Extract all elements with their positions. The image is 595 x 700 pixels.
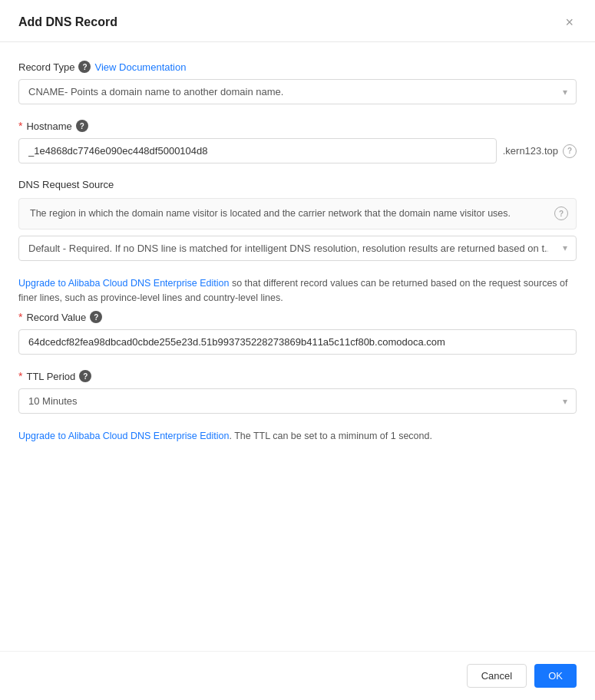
record-value-field: * Record Value ?	[18, 311, 577, 355]
ttl-required-star: *	[18, 371, 22, 381]
record-value-help-icon[interactable]: ?	[90, 311, 102, 323]
hostname-suffix-help-icon[interactable]: ?	[563, 144, 577, 158]
hostname-required-star: *	[18, 121, 22, 131]
record-value-input[interactable]	[18, 329, 577, 355]
ttl-label-row: * TTL Period ?	[18, 370, 577, 382]
dns-upgrade-notice: Upgrade to Alibaba Cloud DNS Enterprise …	[18, 276, 577, 305]
record-value-label-row: * Record Value ?	[18, 311, 577, 323]
dns-request-source-label: DNS Request Source	[18, 179, 577, 190]
ttl-upgrade-link[interactable]: Upgrade to Alibaba Cloud DNS Enterprise …	[18, 431, 229, 441]
cancel-button[interactable]: Cancel	[467, 664, 527, 688]
dns-request-info-text: The region in which the domain name visi…	[30, 208, 511, 219]
ttl-select-wrapper: 10 Minutes ▾	[18, 388, 577, 414]
hostname-suffix-area: .kern123.top ?	[503, 144, 577, 158]
view-documentation-link[interactable]: View Documentation	[94, 61, 186, 73]
ttl-label: TTL Period	[26, 371, 75, 382]
record-type-field: Record Type ? View Documentation CNAME- …	[18, 61, 577, 104]
ttl-period-field: * TTL Period ? 10 Minutes ▾	[18, 370, 577, 414]
dialog-footer: Cancel OK	[0, 651, 595, 700]
dialog-title: Add DNS Record	[18, 15, 117, 29]
record-type-select[interactable]: CNAME- Points a domain name to another d…	[18, 79, 577, 104]
dialog-body: Record Type ? View Documentation CNAME- …	[0, 42, 595, 651]
record-type-label: Record Type	[18, 61, 74, 73]
record-value-label: Record Value	[26, 312, 86, 323]
record-type-select-wrapper: CNAME- Points a domain name to another d…	[18, 79, 577, 104]
hostname-field: * Hostname ? .kern123.top ?	[18, 120, 577, 163]
dns-request-source-section: DNS Request Source The region in which t…	[18, 179, 577, 261]
record-value-required-star: *	[18, 312, 22, 322]
dialog-header: Add DNS Record ×	[0, 0, 595, 42]
hostname-label-row: * Hostname ?	[18, 120, 577, 132]
dns-request-select-wrapper: Default - Required. If no DNS line is ma…	[18, 236, 577, 261]
record-type-help-icon[interactable]: ?	[78, 61, 91, 73]
ok-button[interactable]: OK	[534, 664, 577, 688]
add-dns-record-dialog: Add DNS Record × Record Type ? View Docu…	[0, 0, 595, 700]
hostname-input[interactable]	[18, 138, 497, 163]
ttl-upgrade-notice: Upgrade to Alibaba Cloud DNS Enterprise …	[18, 429, 577, 444]
ttl-help-icon[interactable]: ?	[79, 370, 91, 382]
ttl-select[interactable]: 10 Minutes	[18, 388, 577, 414]
hostname-label: Hostname	[26, 121, 71, 132]
hostname-suffix-text: .kern123.top	[503, 145, 558, 157]
dns-request-select[interactable]: Default - Required. If no DNS line is ma…	[18, 236, 577, 261]
dns-upgrade-link[interactable]: Upgrade to Alibaba Cloud DNS Enterprise …	[18, 278, 229, 289]
close-button[interactable]: ×	[562, 14, 577, 31]
dns-request-info-help-icon[interactable]: ?	[554, 206, 568, 220]
record-type-label-row: Record Type ? View Documentation	[18, 61, 577, 73]
dns-request-info-box: The region in which the domain name visi…	[18, 198, 577, 229]
hostname-input-row: .kern123.top ?	[18, 138, 577, 163]
ttl-upgrade-suffix: . The TTL can be set to a miminum of 1 s…	[229, 431, 431, 441]
hostname-help-icon[interactable]: ?	[76, 120, 88, 132]
